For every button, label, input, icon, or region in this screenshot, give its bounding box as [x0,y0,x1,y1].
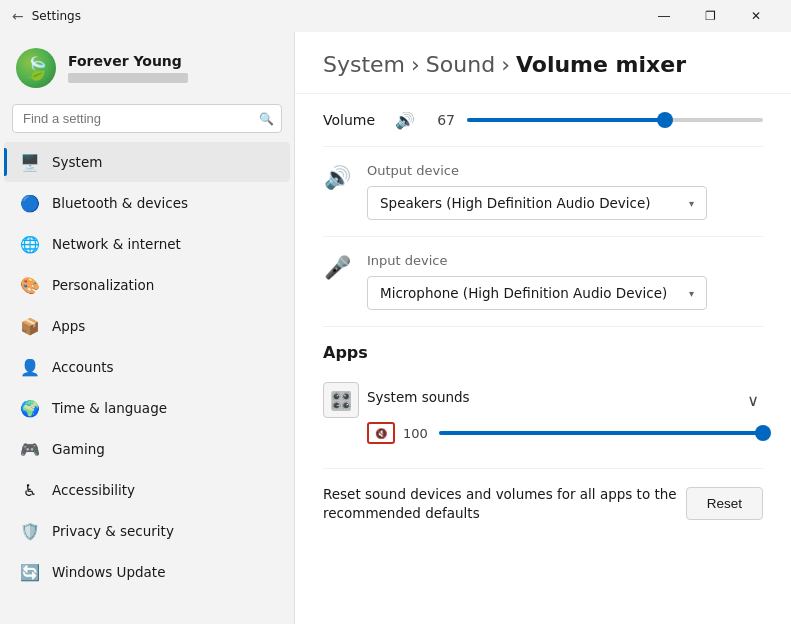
page-header: System › Sound › Volume mixer [295,32,791,94]
input-device-dropdown[interactable]: Microphone (High Definition Audio Device… [367,276,707,310]
back-icon[interactable]: ← [12,8,24,24]
sidebar-item-label: System [52,154,102,170]
output-device-section: 🔊 Output device Speakers (High Definitio… [323,147,763,237]
title-bar: ← Settings — ❐ ✕ [0,0,791,32]
network-icon: 🌐 [20,234,40,254]
volume-slider-thumb[interactable] [657,112,673,128]
reset-button[interactable]: Reset [686,487,763,520]
output-device-icon: 🔊 [323,163,351,190]
input-dropdown-arrow: ▾ [689,288,694,299]
input-device-label: Input device [367,253,763,268]
time-icon: 🌍 [20,398,40,418]
system-sounds-slider-thumb[interactable] [755,425,771,441]
volume-slider-fill [467,118,665,122]
sidebar-item-label: Gaming [52,441,105,457]
apps-section: Apps 🎛️ System sounds ∨ 🔇 [323,327,763,555]
content-body: Volume 🔊 67 🔊 Output device [295,94,791,575]
window-title: Settings [32,9,81,23]
user-account-blur [68,73,188,83]
sidebar-item-label: Accounts [52,359,114,375]
volume-label: Volume [323,112,383,128]
output-device-selected: Speakers (High Definition Audio Device) [380,195,651,211]
input-device-section: 🎤 Input device Microphone (High Definiti… [323,237,763,327]
input-device-selected: Microphone (High Definition Audio Device… [380,285,667,301]
breadcrumb-system[interactable]: System [323,52,405,77]
personalization-icon: 🎨 [20,275,40,295]
privacy-icon: 🛡️ [20,521,40,541]
content-area: System › Sound › Volume mixer Volume 🔊 6… [295,32,791,624]
bluetooth-icon: 🔵 [20,193,40,213]
sidebar-item-network[interactable]: 🌐 Network & internet [4,224,290,264]
user-name: Forever Young [68,53,188,69]
sidebar-item-system[interactable]: 🖥️ System [4,142,290,182]
volume-slider[interactable] [467,110,763,130]
sidebar-item-update[interactable]: 🔄 Windows Update [4,552,290,592]
sidebar-item-label: Windows Update [52,564,165,580]
volume-value: 67 [427,112,455,128]
nav-menu: 🖥️ System 🔵 Bluetooth & devices 🌐 Networ… [0,141,294,624]
system-sounds-volume: 100 [403,426,431,441]
reset-text: Reset sound devices and volumes for all … [323,485,686,523]
input-device-icon: 🎤 [323,253,351,280]
sidebar-item-accounts[interactable]: 👤 Accounts [4,347,290,387]
system-sounds-slider-fill [439,431,763,435]
sidebar-item-apps[interactable]: 📦 Apps [4,306,290,346]
sidebar-item-accessibility[interactable]: ♿ Accessibility [4,470,290,510]
search-input[interactable] [12,104,282,133]
breadcrumb-sep-2: › [501,52,510,77]
sidebar-item-label: Personalization [52,277,154,293]
sidebar-item-label: Network & internet [52,236,181,252]
update-icon: 🔄 [20,562,40,582]
system-sounds-mute-button[interactable]: 🔇 [367,422,395,444]
sidebar-item-label: Accessibility [52,482,135,498]
breadcrumb: System › Sound › Volume mixer [323,52,763,77]
accessibility-icon: ♿ [20,480,40,500]
output-device-dropdown[interactable]: Speakers (High Definition Audio Device) … [367,186,707,220]
mute-icon: 🔇 [375,428,387,439]
window-controls: — ❐ ✕ [641,0,779,32]
avatar: 🍃 [16,48,56,88]
system-icon: 🖥️ [20,152,40,172]
apps-title: Apps [323,343,763,362]
search-box[interactable]: 🔍 [12,104,282,133]
breadcrumb-current: Volume mixer [516,52,686,77]
system-sounds-row: 🎛️ System sounds ∨ 🔇 100 [323,374,763,452]
system-sounds-icon: 🎛️ [323,382,359,418]
search-icon: 🔍 [259,112,274,126]
gaming-icon: 🎮 [20,439,40,459]
sidebar-item-privacy[interactable]: 🛡️ Privacy & security [4,511,290,551]
breadcrumb-sep-1: › [411,52,420,77]
volume-row: Volume 🔊 67 [323,94,763,147]
output-dropdown-arrow: ▾ [689,198,694,209]
system-sounds-slider[interactable] [439,423,763,443]
sidebar-item-gaming[interactable]: 🎮 Gaming [4,429,290,469]
maximize-button[interactable]: ❐ [687,0,733,32]
system-sounds-expand[interactable]: ∨ [743,387,763,414]
sidebar-item-bluetooth[interactable]: 🔵 Bluetooth & devices [4,183,290,223]
sidebar-item-label: Privacy & security [52,523,174,539]
volume-icon: 🔊 [395,111,415,130]
system-sounds-name: System sounds [367,389,470,405]
sidebar-item-personalization[interactable]: 🎨 Personalization [4,265,290,305]
output-device-label: Output device [367,163,763,178]
minimize-button[interactable]: — [641,0,687,32]
user-section: 🍃 Forever Young [0,32,294,100]
sidebar-item-time[interactable]: 🌍 Time & language [4,388,290,428]
sidebar: 🍃 Forever Young 🔍 🖥️ System 🔵 Bluetooth … [0,32,295,624]
breadcrumb-sound[interactable]: Sound [426,52,495,77]
close-button[interactable]: ✕ [733,0,779,32]
reset-section: Reset sound devices and volumes for all … [323,468,763,539]
sidebar-item-label: Bluetooth & devices [52,195,188,211]
apps-icon: 📦 [20,316,40,336]
sidebar-item-label: Time & language [52,400,167,416]
sidebar-item-label: Apps [52,318,85,334]
accounts-icon: 👤 [20,357,40,377]
